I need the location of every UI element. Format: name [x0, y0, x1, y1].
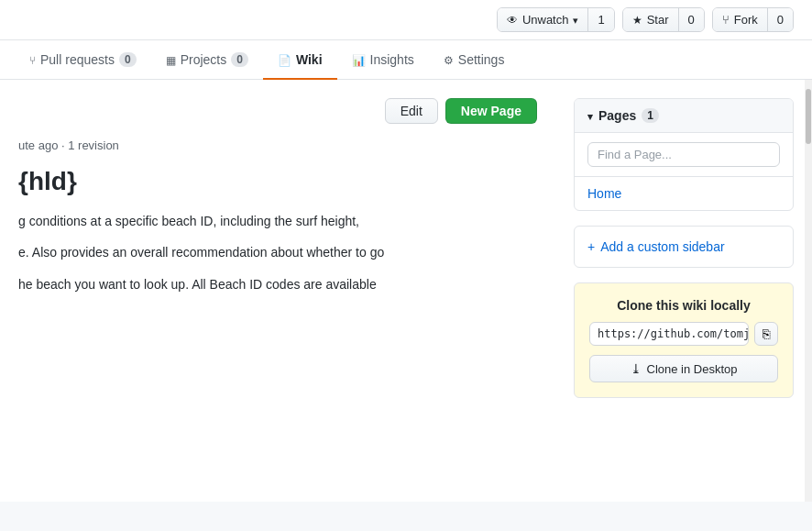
copy-clone-url-button[interactable] [754, 322, 778, 346]
clone-url-display: https://github.com/tomjol [589, 322, 749, 346]
body-line-4: he beach you want to look up. All Beach … [18, 274, 537, 294]
clone-desktop-label: Clone in Desktop [647, 362, 738, 376]
tab-settings[interactable]: Settings [429, 41, 520, 80]
desktop-download-icon [631, 361, 642, 376]
custom-sidebar-label: Add a custom sidebar [600, 239, 724, 254]
clone-box: Clone this wiki locally https://github.c… [574, 282, 794, 398]
star-group: Star 0 [622, 7, 705, 32]
pages-search-container [575, 133, 793, 177]
main-content: Edit New Page ute ago · 1 revision {hld}… [0, 80, 812, 502]
revision-info: ute ago · 1 revision [18, 138, 537, 152]
pages-search-input[interactable] [587, 142, 780, 167]
wiki-toolbar: Edit New Page [18, 98, 537, 124]
pull-requests-badge: 0 [119, 52, 137, 67]
tab-settings-label: Settings [458, 52, 505, 67]
clone-title: Clone this wiki locally [589, 298, 778, 313]
scrollbar-thumb[interactable] [806, 89, 811, 144]
eye-icon [507, 13, 518, 27]
unwatch-count[interactable]: 1 [588, 8, 613, 31]
tab-projects[interactable]: Projects 0 [151, 41, 263, 80]
plus-icon [587, 239, 595, 254]
tab-wiki[interactable]: Wiki [263, 41, 337, 80]
star-label: Star [647, 13, 669, 27]
clone-url-row: https://github.com/tomjol [589, 322, 778, 346]
fork-count[interactable]: 0 [768, 8, 793, 31]
edit-button[interactable]: Edit [385, 98, 438, 124]
wiki-sidebar: Pages 1 Home Add a custom sidebar Clone … [555, 98, 794, 483]
repository-nav: Pull requests 0 Projects 0 Wiki Insights… [0, 40, 812, 80]
fork-icon [722, 13, 730, 27]
tab-pull-requests[interactable]: Pull requests 0 [15, 41, 151, 80]
tab-pull-requests-label: Pull requests [40, 52, 115, 67]
wiki-icon [278, 52, 291, 67]
pages-list: Home [575, 177, 793, 210]
pages-toggle-icon [587, 108, 593, 123]
tab-wiki-label: Wiki [296, 52, 323, 67]
tab-projects-label: Projects [181, 52, 227, 67]
star-button[interactable]: Star [623, 8, 679, 31]
chevron-down-icon [573, 13, 578, 27]
tab-insights[interactable]: Insights [337, 41, 429, 80]
pages-box: Pages 1 Home [574, 98, 794, 211]
unwatch-group: Unwatch 1 [497, 7, 615, 32]
insights-icon [352, 52, 366, 67]
settings-icon [444, 52, 454, 67]
home-page-link[interactable]: Home [587, 186, 621, 201]
pages-header: Pages 1 [575, 99, 793, 133]
add-custom-sidebar[interactable]: Add a custom sidebar [574, 226, 794, 268]
pull-request-icon [29, 52, 36, 67]
unwatch-label: Unwatch [522, 13, 569, 27]
body-line-1: g conditions at a specific beach ID, inc… [18, 211, 537, 231]
scrollbar[interactable] [805, 80, 812, 502]
copy-icon [763, 326, 770, 341]
pages-title: Pages [598, 108, 636, 123]
fork-label: Fork [734, 13, 758, 27]
pages-count-badge: 1 [642, 108, 659, 123]
revision-text: ute ago · 1 revision [18, 138, 119, 152]
fork-button[interactable]: Fork [713, 8, 768, 31]
star-icon [632, 13, 642, 27]
unwatch-button[interactable]: Unwatch [498, 8, 589, 31]
fork-group: Fork 0 [712, 7, 794, 32]
page-title: {hld} [18, 167, 537, 196]
tab-insights-label: Insights [370, 52, 414, 67]
projects-badge: 0 [231, 52, 248, 67]
body-line-2: e. Also provides an overall recommendati… [18, 242, 537, 262]
page-body: g conditions at a specific beach ID, inc… [18, 211, 537, 294]
wiki-content: Edit New Page ute ago · 1 revision {hld}… [0, 98, 555, 483]
top-action-bar: Unwatch 1 Star 0 Fork 0 [0, 0, 812, 40]
projects-icon [166, 52, 176, 67]
new-page-button[interactable]: New Page [445, 98, 537, 124]
clone-in-desktop-button[interactable]: Clone in Desktop [589, 355, 778, 382]
star-count[interactable]: 0 [679, 8, 704, 31]
